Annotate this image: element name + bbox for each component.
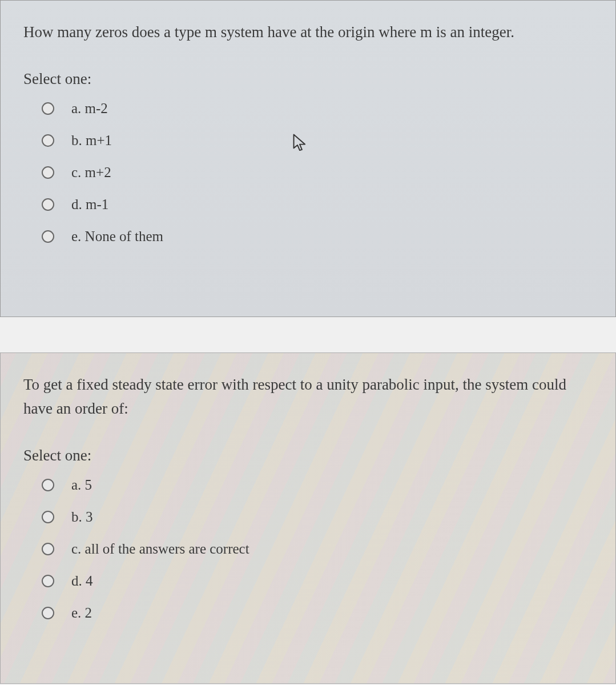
option-label: c. m+2 [71,165,111,181]
option-row-b[interactable]: b. m+1 [42,133,595,149]
option-row-a[interactable]: a. m-2 [42,101,595,117]
select-prompt-2: Select one: [23,447,595,464]
option-label: e. 2 [71,605,92,621]
option-row-a[interactable]: a. 5 [42,477,595,493]
options-list-2: a. 5 b. 3 c. all of the answers are corr… [23,477,595,621]
option-label: a. m-2 [71,101,108,117]
option-row-c[interactable]: c. all of the answers are correct [42,541,595,557]
option-row-d[interactable]: d. 4 [42,573,595,589]
option-row-b[interactable]: b. 3 [42,509,595,525]
radio-icon[interactable] [42,198,54,211]
option-row-e[interactable]: e. 2 [42,605,595,621]
radio-icon[interactable] [42,102,54,115]
radio-icon[interactable] [42,607,54,619]
option-label: e. None of them [71,229,163,245]
question-text-1: How many zeros does a type m system have… [23,21,595,45]
radio-icon[interactable] [42,575,54,587]
option-label: b. m+1 [71,133,112,149]
option-row-e[interactable]: e. None of them [42,229,595,245]
radio-icon[interactable] [42,230,54,243]
radio-icon[interactable] [42,166,54,179]
radio-icon[interactable] [42,543,54,555]
question-text-2: To get a fixed steady state error with r… [23,373,595,421]
option-label: c. all of the answers are correct [71,541,249,557]
option-label: a. 5 [71,477,92,493]
option-label: b. 3 [71,509,93,525]
question-block-1: How many zeros does a type m system have… [0,0,616,317]
option-row-d[interactable]: d. m-1 [42,197,595,213]
option-label: d. m-1 [71,197,108,213]
option-label: d. 4 [71,573,93,589]
select-prompt-1: Select one: [23,70,595,88]
option-row-c[interactable]: c. m+2 [42,165,595,181]
radio-icon[interactable] [42,511,54,523]
options-list-1: a. m-2 b. m+1 c. m+2 d. m-1 e. None of t… [23,101,595,245]
radio-icon[interactable] [42,134,54,147]
question-block-2: To get a fixed steady state error with r… [0,352,616,684]
radio-icon[interactable] [42,479,54,491]
